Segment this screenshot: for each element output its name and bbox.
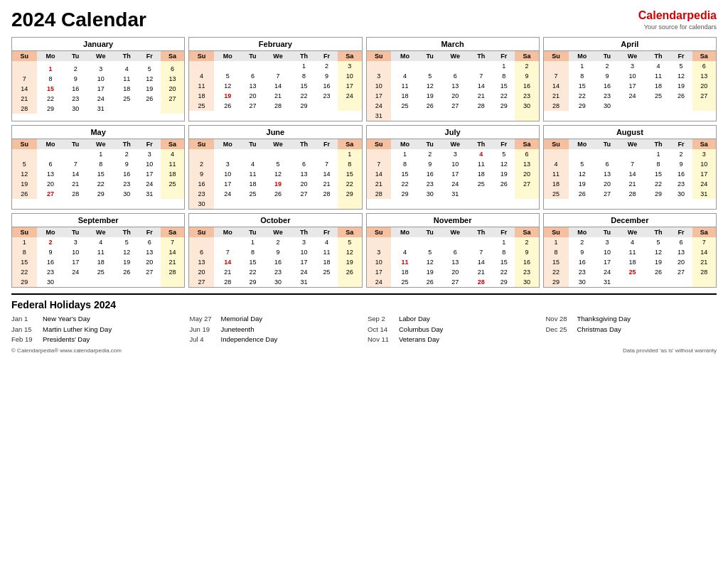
cal-day: 12 [569,169,596,179]
cal-day [161,277,185,287]
cal-day: 9 [316,71,338,81]
cal-day: 1 [391,149,419,159]
cal-day: 16 [114,169,138,179]
cal-day: 29 [12,277,37,287]
cal-day: 28 [469,101,493,111]
cal-day: 20 [515,169,539,179]
day-header-mo: Mo [37,51,65,61]
cal-day [441,237,469,247]
cal-day: 6 [161,64,185,74]
cal-day: 21 [469,91,493,101]
cal-day [441,61,469,71]
cal-day: 12 [264,169,291,179]
cal-day: 15 [493,257,515,267]
cal-day: 18 [391,267,419,277]
cal-day: 11 [469,159,493,169]
month-block-august: AugustSuMoTuWeThFrSa12345678910111213141… [543,125,717,210]
cal-day [419,61,441,71]
cal-day: 11 [619,247,646,257]
month-table: SuMoTuWeThFrSa12345678910111213141516171… [367,227,539,287]
cal-day: 30 [419,189,441,199]
cal-day: 5 [419,71,441,81]
cal-day: 15 [37,84,65,94]
month-title: October [189,214,361,227]
cal-day: 16 [316,81,338,91]
cal-day: 21 [367,179,392,189]
cal-day: 17 [214,179,242,189]
cal-day: 7 [619,159,646,169]
cal-day: 18 [161,169,185,179]
cal-day: 10 [367,257,392,267]
cal-day: 13 [161,74,185,84]
cal-day: 8 [338,159,362,169]
cal-day: 29 [569,101,596,111]
cal-day [391,61,419,71]
cal-day: 28 [619,189,646,199]
day-header-tu: Tu [64,139,87,149]
cal-day: 31 [292,277,316,287]
cal-day: 9 [37,247,65,257]
cal-day: 28 [12,104,37,114]
cal-day: 14 [264,81,291,91]
month-title: June [189,126,361,139]
cal-day: 28 [214,277,242,287]
cal-day: 18 [189,91,214,101]
cal-day: 22 [493,91,515,101]
holiday-date: Feb 19 [11,335,38,345]
day-header-su: Su [367,139,392,149]
cal-day: 24 [64,267,87,277]
day-header-th: Th [646,51,670,61]
day-header-mo: Mo [214,227,242,237]
holiday-name: Independence Day [221,335,278,345]
calendar-grid: JanuarySuMoTuWeThFrSa1234567891011121314… [11,37,717,288]
holiday-item: Dec 25Christmas Day [546,325,717,335]
month-block-october: OctoberSuMoTuWeThFrSa1234567891011121314… [188,213,362,288]
day-header-su: Su [544,227,569,237]
month-block-february: FebruarySuMoTuWeThFrSa123456789101112131… [188,37,362,121]
cal-day: 1 [12,237,37,247]
cal-day: 20 [189,267,214,277]
cal-day: 11 [316,247,338,257]
cal-day: 27 [37,189,65,199]
cal-day: 25 [391,277,419,287]
day-header-tu: Tu [419,227,441,237]
cal-day: 5 [670,61,692,71]
cal-day: 1 [87,149,114,159]
cal-day: 17 [64,257,87,267]
cal-day [596,149,619,159]
cal-day: 22 [646,179,670,189]
cal-day: 12 [139,74,161,84]
cal-day: 21 [161,257,185,267]
cal-day: 18 [242,179,264,189]
cal-day: 5 [493,149,515,159]
cal-day: 8 [569,71,596,81]
holiday-column: Nov 28Thanksgiving DayDec 25Christmas Da… [546,314,717,345]
day-header-su: Su [12,51,37,61]
cal-day: 8 [493,71,515,81]
cal-day: 27 [515,179,539,189]
brand-name: Calendarpedia [638,9,717,23]
cal-day [367,237,392,247]
cal-day: 10 [441,159,469,169]
cal-day: 9 [419,159,441,169]
day-header-mo: Mo [569,139,596,149]
cal-day: 18 [619,257,646,267]
cal-day: 14 [469,81,493,91]
cal-day [214,149,242,159]
cal-day: 26 [114,267,138,277]
month-table: SuMoTuWeThFrSa12345678910111213141516171… [189,139,361,209]
cal-day: 6 [441,71,469,81]
cal-day: 28 [316,189,338,199]
cal-day: 10 [292,247,316,257]
holiday-date: Nov 11 [368,335,395,345]
cal-day: 9 [569,247,596,257]
cal-day: 9 [64,74,87,84]
cal-day: 6 [242,71,264,81]
cal-day: 4 [114,64,138,74]
cal-day: 24 [619,91,646,101]
holiday-name: New Year's Day [43,314,90,324]
day-header-tu: Tu [64,227,87,237]
day-header-mo: Mo [37,227,65,237]
cal-day: 31 [441,189,469,199]
cal-day [189,61,214,71]
